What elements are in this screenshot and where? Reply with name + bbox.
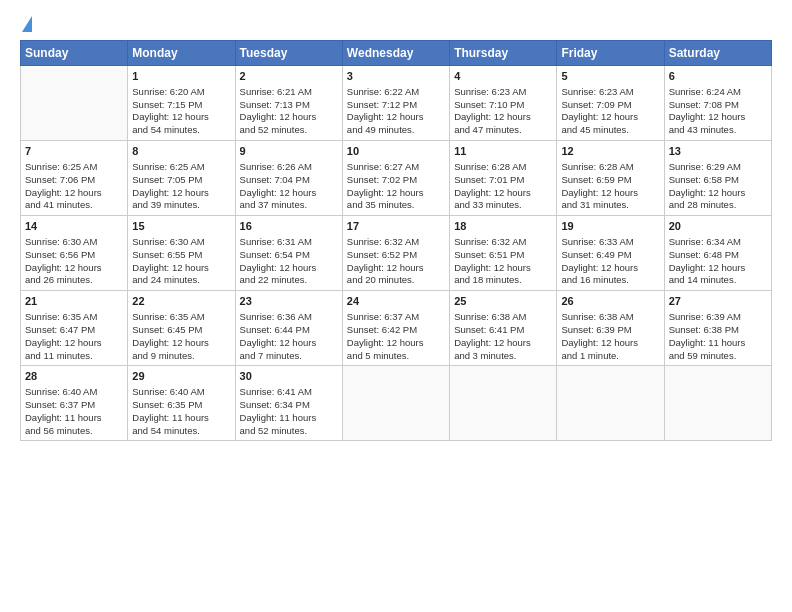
week-row-4: 21Sunrise: 6:35 AM Sunset: 6:47 PM Dayli… <box>21 291 772 366</box>
day-number: 21 <box>25 294 123 309</box>
calendar-cell: 26Sunrise: 6:38 AM Sunset: 6:39 PM Dayli… <box>557 291 664 366</box>
day-info: Sunrise: 6:38 AM Sunset: 6:41 PM Dayligh… <box>454 311 531 360</box>
day-info: Sunrise: 6:40 AM Sunset: 6:37 PM Dayligh… <box>25 386 102 435</box>
calendar-cell: 10Sunrise: 6:27 AM Sunset: 7:02 PM Dayli… <box>342 141 449 216</box>
calendar-cell: 27Sunrise: 6:39 AM Sunset: 6:38 PM Dayli… <box>664 291 771 366</box>
day-info: Sunrise: 6:33 AM Sunset: 6:49 PM Dayligh… <box>561 236 638 285</box>
day-number: 13 <box>669 144 767 159</box>
day-number: 15 <box>132 219 230 234</box>
day-number: 10 <box>347 144 445 159</box>
calendar-cell <box>664 366 771 441</box>
calendar-cell: 12Sunrise: 6:28 AM Sunset: 6:59 PM Dayli… <box>557 141 664 216</box>
calendar-cell <box>342 366 449 441</box>
day-info: Sunrise: 6:34 AM Sunset: 6:48 PM Dayligh… <box>669 236 746 285</box>
day-info: Sunrise: 6:36 AM Sunset: 6:44 PM Dayligh… <box>240 311 317 360</box>
day-number: 7 <box>25 144 123 159</box>
day-info: Sunrise: 6:26 AM Sunset: 7:04 PM Dayligh… <box>240 161 317 210</box>
calendar-cell <box>21 66 128 141</box>
day-info: Sunrise: 6:21 AM Sunset: 7:13 PM Dayligh… <box>240 86 317 135</box>
day-number: 25 <box>454 294 552 309</box>
calendar-cell: 25Sunrise: 6:38 AM Sunset: 6:41 PM Dayli… <box>450 291 557 366</box>
day-header-tuesday: Tuesday <box>235 41 342 66</box>
day-number: 23 <box>240 294 338 309</box>
day-info: Sunrise: 6:35 AM Sunset: 6:47 PM Dayligh… <box>25 311 102 360</box>
day-number: 28 <box>25 369 123 384</box>
day-number: 8 <box>132 144 230 159</box>
day-number: 27 <box>669 294 767 309</box>
calendar-cell: 29Sunrise: 6:40 AM Sunset: 6:35 PM Dayli… <box>128 366 235 441</box>
day-number: 19 <box>561 219 659 234</box>
calendar-cell: 19Sunrise: 6:33 AM Sunset: 6:49 PM Dayli… <box>557 216 664 291</box>
calendar-cell: 11Sunrise: 6:28 AM Sunset: 7:01 PM Dayli… <box>450 141 557 216</box>
day-info: Sunrise: 6:28 AM Sunset: 7:01 PM Dayligh… <box>454 161 531 210</box>
calendar-cell: 9Sunrise: 6:26 AM Sunset: 7:04 PM Daylig… <box>235 141 342 216</box>
day-number: 22 <box>132 294 230 309</box>
day-number: 20 <box>669 219 767 234</box>
calendar-cell: 7Sunrise: 6:25 AM Sunset: 7:06 PM Daylig… <box>21 141 128 216</box>
calendar-cell: 30Sunrise: 6:41 AM Sunset: 6:34 PM Dayli… <box>235 366 342 441</box>
calendar-table: SundayMondayTuesdayWednesdayThursdayFrid… <box>20 40 772 441</box>
day-info: Sunrise: 6:23 AM Sunset: 7:09 PM Dayligh… <box>561 86 638 135</box>
calendar-cell: 18Sunrise: 6:32 AM Sunset: 6:51 PM Dayli… <box>450 216 557 291</box>
calendar-cell: 20Sunrise: 6:34 AM Sunset: 6:48 PM Dayli… <box>664 216 771 291</box>
page: SundayMondayTuesdayWednesdayThursdayFrid… <box>0 0 792 612</box>
calendar-cell: 28Sunrise: 6:40 AM Sunset: 6:37 PM Dayli… <box>21 366 128 441</box>
calendar-cell: 4Sunrise: 6:23 AM Sunset: 7:10 PM Daylig… <box>450 66 557 141</box>
day-info: Sunrise: 6:28 AM Sunset: 6:59 PM Dayligh… <box>561 161 638 210</box>
day-info: Sunrise: 6:37 AM Sunset: 6:42 PM Dayligh… <box>347 311 424 360</box>
calendar-cell: 8Sunrise: 6:25 AM Sunset: 7:05 PM Daylig… <box>128 141 235 216</box>
day-number: 11 <box>454 144 552 159</box>
calendar-cell: 17Sunrise: 6:32 AM Sunset: 6:52 PM Dayli… <box>342 216 449 291</box>
day-number: 16 <box>240 219 338 234</box>
calendar-cell: 24Sunrise: 6:37 AM Sunset: 6:42 PM Dayli… <box>342 291 449 366</box>
logo <box>20 16 33 32</box>
day-info: Sunrise: 6:25 AM Sunset: 7:05 PM Dayligh… <box>132 161 209 210</box>
day-info: Sunrise: 6:38 AM Sunset: 6:39 PM Dayligh… <box>561 311 638 360</box>
day-number: 29 <box>132 369 230 384</box>
header <box>20 16 772 32</box>
day-info: Sunrise: 6:23 AM Sunset: 7:10 PM Dayligh… <box>454 86 531 135</box>
day-header-friday: Friday <box>557 41 664 66</box>
calendar-cell <box>450 366 557 441</box>
day-info: Sunrise: 6:29 AM Sunset: 6:58 PM Dayligh… <box>669 161 746 210</box>
day-info: Sunrise: 6:22 AM Sunset: 7:12 PM Dayligh… <box>347 86 424 135</box>
calendar-cell: 3Sunrise: 6:22 AM Sunset: 7:12 PM Daylig… <box>342 66 449 141</box>
calendar-cell: 23Sunrise: 6:36 AM Sunset: 6:44 PM Dayli… <box>235 291 342 366</box>
week-row-2: 7Sunrise: 6:25 AM Sunset: 7:06 PM Daylig… <box>21 141 772 216</box>
calendar-cell: 6Sunrise: 6:24 AM Sunset: 7:08 PM Daylig… <box>664 66 771 141</box>
day-header-monday: Monday <box>128 41 235 66</box>
day-info: Sunrise: 6:39 AM Sunset: 6:38 PM Dayligh… <box>669 311 746 360</box>
day-header-sunday: Sunday <box>21 41 128 66</box>
day-info: Sunrise: 6:24 AM Sunset: 7:08 PM Dayligh… <box>669 86 746 135</box>
day-info: Sunrise: 6:32 AM Sunset: 6:52 PM Dayligh… <box>347 236 424 285</box>
week-row-5: 28Sunrise: 6:40 AM Sunset: 6:37 PM Dayli… <box>21 366 772 441</box>
day-number: 12 <box>561 144 659 159</box>
day-header-thursday: Thursday <box>450 41 557 66</box>
day-number: 18 <box>454 219 552 234</box>
calendar-cell: 16Sunrise: 6:31 AM Sunset: 6:54 PM Dayli… <box>235 216 342 291</box>
week-row-1: 1Sunrise: 6:20 AM Sunset: 7:15 PM Daylig… <box>21 66 772 141</box>
day-info: Sunrise: 6:30 AM Sunset: 6:56 PM Dayligh… <box>25 236 102 285</box>
day-header-wednesday: Wednesday <box>342 41 449 66</box>
calendar-cell: 21Sunrise: 6:35 AM Sunset: 6:47 PM Dayli… <box>21 291 128 366</box>
day-number: 14 <box>25 219 123 234</box>
day-number: 24 <box>347 294 445 309</box>
logo-triangle-icon <box>22 16 32 32</box>
day-info: Sunrise: 6:32 AM Sunset: 6:51 PM Dayligh… <box>454 236 531 285</box>
day-info: Sunrise: 6:40 AM Sunset: 6:35 PM Dayligh… <box>132 386 209 435</box>
header-row: SundayMondayTuesdayWednesdayThursdayFrid… <box>21 41 772 66</box>
day-number: 3 <box>347 69 445 84</box>
day-number: 6 <box>669 69 767 84</box>
day-info: Sunrise: 6:25 AM Sunset: 7:06 PM Dayligh… <box>25 161 102 210</box>
day-header-saturday: Saturday <box>664 41 771 66</box>
calendar-cell: 2Sunrise: 6:21 AM Sunset: 7:13 PM Daylig… <box>235 66 342 141</box>
calendar-cell: 14Sunrise: 6:30 AM Sunset: 6:56 PM Dayli… <box>21 216 128 291</box>
day-info: Sunrise: 6:27 AM Sunset: 7:02 PM Dayligh… <box>347 161 424 210</box>
day-info: Sunrise: 6:30 AM Sunset: 6:55 PM Dayligh… <box>132 236 209 285</box>
calendar-cell: 15Sunrise: 6:30 AM Sunset: 6:55 PM Dayli… <box>128 216 235 291</box>
calendar-cell: 1Sunrise: 6:20 AM Sunset: 7:15 PM Daylig… <box>128 66 235 141</box>
day-number: 17 <box>347 219 445 234</box>
week-row-3: 14Sunrise: 6:30 AM Sunset: 6:56 PM Dayli… <box>21 216 772 291</box>
day-number: 5 <box>561 69 659 84</box>
calendar-cell: 22Sunrise: 6:35 AM Sunset: 6:45 PM Dayli… <box>128 291 235 366</box>
